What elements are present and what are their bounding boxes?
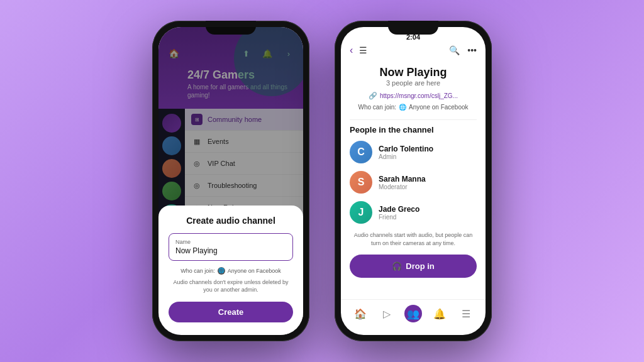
- person-row-jade: J Jade Greco Friend: [350, 201, 477, 224]
- person-info-carlo: Carlo Tolentino Admin: [379, 145, 433, 160]
- left-phone: 🏠 ⬆ 🔔 › 24/7 Gamers A home for all gamer…: [152, 21, 309, 341]
- bottom-menu-icon[interactable]: ☰: [457, 305, 475, 322]
- person-row-sarah: S Sarah Manna Moderator: [350, 171, 477, 194]
- hamburger-icon[interactable]: ☰: [359, 45, 367, 55]
- expire-note: Audio channels don't expire unless delet…: [169, 278, 293, 294]
- globe-icon-right: 🌐: [399, 104, 406, 111]
- back-icon[interactable]: ‹: [350, 45, 353, 56]
- person-role-jade: Friend: [379, 214, 419, 221]
- avatar-sarah: S: [350, 171, 372, 194]
- person-role-carlo: Admin: [379, 153, 433, 160]
- right-bottom-bar: 🏠 ▷ 👥 🔔 ☰: [341, 299, 486, 335]
- channel-name-input[interactable]: Name Now Playing: [169, 233, 293, 261]
- input-value: Now Playing: [175, 246, 286, 255]
- person-name-jade: Jade Greco: [379, 205, 419, 214]
- headphones-icon: 🎧: [392, 261, 402, 271]
- who-can-join-left: Who can join: 🌐 Anyone on Facebook: [169, 267, 293, 275]
- right-notch: [388, 21, 438, 35]
- modal-title: Create audio channel: [169, 216, 293, 226]
- audio-note: Audio channels start with audio, but peo…: [350, 231, 477, 247]
- avatar-jade: J: [350, 201, 372, 224]
- bottom-people-icon[interactable]: 👥: [404, 305, 422, 322]
- drop-in-button[interactable]: 🎧 Drop in: [350, 255, 477, 278]
- person-row-carlo: C Carlo Tolentino Admin: [350, 141, 477, 163]
- who-can-join-value: Anyone on Facebook: [228, 268, 281, 274]
- invite-link-text: https://msngr.com/cslj_ZG...: [380, 92, 458, 99]
- people-in-channel-title: People in the channel: [350, 125, 477, 134]
- create-audio-channel-modal: Create audio channel Name Now Playing Wh…: [158, 206, 303, 335]
- avatar-carlo: C: [350, 141, 372, 163]
- bottom-home-icon[interactable]: 🏠: [352, 305, 369, 322]
- people-count: 3 people are here: [350, 79, 477, 87]
- person-info-jade: Jade Greco Friend: [379, 205, 419, 221]
- modal-overlay: Create audio channel Name Now Playing Wh…: [158, 27, 303, 335]
- person-info-sarah: Sarah Manna Moderator: [379, 175, 426, 190]
- join-label: Who can join:: [358, 104, 396, 111]
- globe-icon: 🌐: [218, 267, 225, 275]
- person-name-carlo: Carlo Tolentino: [379, 145, 433, 153]
- person-role-sarah: Moderator: [379, 184, 426, 190]
- person-name-sarah: Sarah Manna: [379, 175, 426, 184]
- link-icon: 🔗: [369, 92, 377, 100]
- join-value: Anyone on Facebook: [409, 104, 469, 111]
- search-icon-right[interactable]: 🔍: [449, 45, 460, 55]
- invite-link[interactable]: 🔗 https://msngr.com/cslj_ZG...: [350, 92, 477, 100]
- right-content: Now Playing 3 people are here 🔗 https://…: [341, 61, 486, 299]
- who-can-join-label: Who can join:: [180, 268, 215, 274]
- drop-in-label: Drop in: [406, 261, 435, 271]
- more-options-icon[interactable]: •••: [467, 45, 477, 55]
- bottom-bell-icon[interactable]: 🔔: [431, 305, 448, 322]
- create-button[interactable]: Create: [169, 302, 293, 322]
- right-phone: ‹ ☰ 2:04 🔍 ••• Now Playing 3 people are …: [335, 21, 492, 341]
- input-label: Name: [175, 239, 286, 245]
- join-info: Who can join: 🌐 Anyone on Facebook: [350, 104, 477, 111]
- bottom-video-icon[interactable]: ▷: [378, 305, 396, 322]
- channel-title: Now Playing: [350, 66, 477, 79]
- divider-1: [350, 119, 477, 120]
